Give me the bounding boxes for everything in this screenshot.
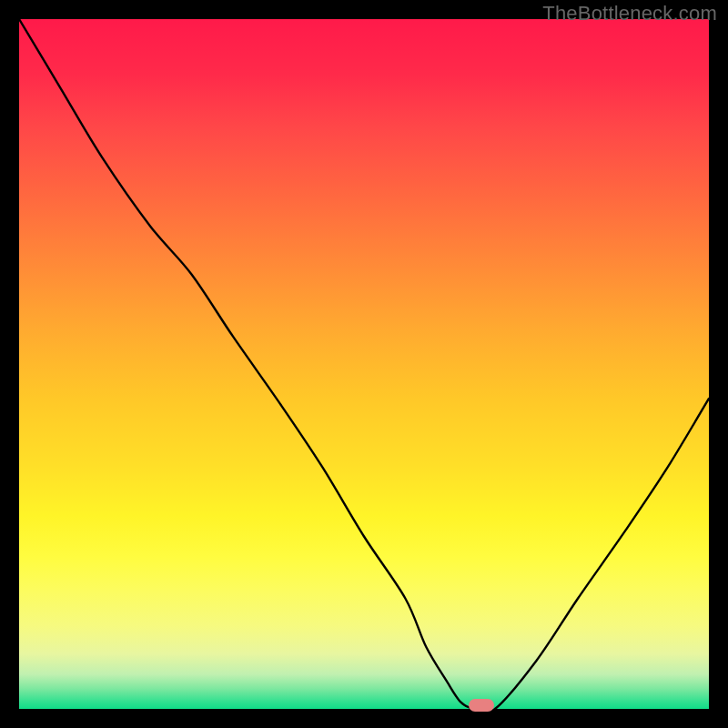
optimal-point-marker (469, 699, 494, 712)
watermark-text: TheBottleneck.com (542, 2, 717, 25)
chart-background (19, 19, 709, 709)
